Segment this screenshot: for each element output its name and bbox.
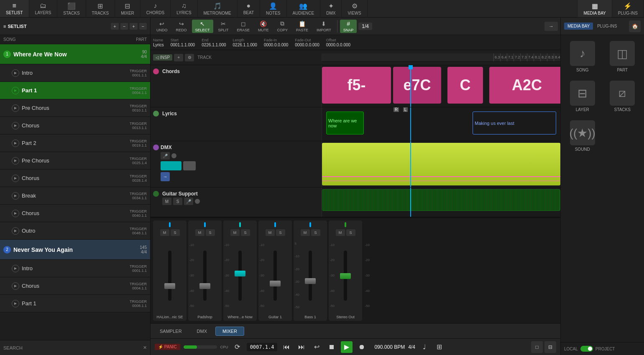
part-item[interactable]: ▶ Pre Chorus TRIGGER0025.1.4	[0, 152, 150, 170]
toolbar-setlist[interactable]: ≡ SETLIST	[0, 0, 29, 17]
part-play-button[interactable]: ▶	[12, 139, 19, 147]
add-track-button[interactable]: +	[174, 54, 183, 61]
channel-s-button-6[interactable]: S	[346, 229, 355, 236]
fader-track-3[interactable]	[238, 251, 242, 301]
guitar-s-button[interactable]: S	[173, 198, 182, 205]
toolbar-stacks[interactable]: ⬛ STACKS	[57, 0, 86, 17]
select-button[interactable]: ↖ SELECT	[192, 20, 213, 33]
track-settings-button[interactable]: ⚙	[185, 54, 194, 61]
paste-button[interactable]: 📋 PASTE	[293, 20, 312, 33]
part-play-button[interactable]: ▶	[12, 122, 19, 129]
guitar-track-content[interactable]	[322, 188, 560, 217]
return-button[interactable]: ↩	[311, 341, 322, 353]
search-input[interactable]	[25, 345, 141, 350]
channel-s-button-5[interactable]: S	[311, 229, 320, 236]
sampler-tab[interactable]: SAMPLER	[153, 327, 189, 335]
dmx-arrow-icon[interactable]: →	[161, 172, 170, 181]
channel-m-button-4[interactable]: M	[266, 229, 275, 236]
nav-arrow-button[interactable]: →	[544, 22, 558, 31]
fader-handle-4[interactable]	[270, 281, 281, 287]
media-bay-tab[interactable]: MEDIA BAY	[564, 23, 593, 30]
toolbar-media-bay[interactable]: ▦ MEDIA BAY	[578, 0, 612, 17]
guitar-mic-button[interactable]: 🎤	[184, 198, 193, 205]
guitar-record-button[interactable]	[195, 199, 200, 204]
dmx-mic-button[interactable]: 🎤	[161, 152, 170, 160]
chords-color-icon[interactable]	[153, 68, 159, 74]
toolbar-lyrics[interactable]: ♫ LYRICS	[171, 0, 197, 17]
channel-s-button-1[interactable]: S	[171, 229, 180, 236]
fast-forward-button[interactable]: ⏭	[296, 341, 307, 353]
part-play-button-active[interactable]: ▶	[12, 87, 19, 94]
fader-track-2[interactable]	[203, 251, 207, 301]
fader-handle-3[interactable]	[235, 271, 245, 276]
dmx-track-content[interactable]	[322, 141, 560, 187]
add-song-button[interactable]: +	[111, 23, 118, 30]
toolbar-chords[interactable]: ♪ CHORDS	[141, 0, 171, 17]
split-button[interactable]: ✂ SPLIT	[215, 20, 232, 33]
channel-s-button-3[interactable]: S	[241, 229, 250, 236]
toolbar-tracks[interactable]: ⊞ TRACKS	[86, 0, 115, 17]
chord-block-1[interactable]: f5-	[322, 67, 391, 104]
search-close-icon[interactable]: ✕	[143, 345, 147, 350]
rewind-button[interactable]: ⏮	[281, 341, 292, 353]
home-button[interactable]: 🏠	[629, 20, 641, 32]
chord-block-4[interactable]: A2C	[489, 67, 560, 104]
toolbar-beat[interactable]: ● BEAT	[238, 0, 260, 17]
media-item-part[interactable]: ◫ PART	[604, 38, 641, 75]
fader-track-6[interactable]	[344, 251, 347, 301]
insp-button[interactable]: ◁ INSP	[153, 54, 172, 61]
part-play-button[interactable]: ▶	[12, 192, 19, 200]
toolbar-views[interactable]: ⚙ VIEWS	[342, 0, 367, 17]
toggle-slider[interactable]	[580, 346, 593, 352]
dmx-tab[interactable]: DMX	[190, 327, 214, 335]
chord-block-2[interactable]: e7C	[393, 67, 441, 104]
add-part-button[interactable]: +	[130, 23, 137, 30]
part-play-button[interactable]: ▶	[12, 227, 19, 235]
part-play-button[interactable]: ▶	[12, 69, 19, 77]
part-play-button[interactable]: ▶	[12, 210, 19, 217]
media-item-layer[interactable]: ⊟ LAYER	[564, 78, 601, 114]
part-play-button[interactable]: ▶	[12, 282, 19, 290]
undo-button[interactable]: ↩ UNDO	[153, 20, 171, 33]
dmx-block[interactable]	[322, 143, 560, 185]
dmx-cyan-btn[interactable]	[161, 161, 181, 170]
fraction-display[interactable]: 1/4	[358, 23, 372, 30]
fader-handle-1[interactable]	[164, 283, 175, 289]
lyrics-track-content[interactable]: R L Where are we now Making us ever last	[322, 107, 560, 141]
part-item[interactable]: ▶ Intro TRIGGER0001.1.1	[0, 64, 150, 82]
local-project-toggle[interactable]	[580, 346, 593, 352]
remove-part-button[interactable]: −	[139, 23, 147, 30]
channel-s-button-4[interactable]: S	[276, 229, 285, 236]
part-play-button[interactable]: ▶	[12, 104, 19, 112]
plug-ins-tab[interactable]: PLUG-INS	[594, 23, 620, 30]
toolbar-layers[interactable]: 🗂 LAYERS	[29, 0, 58, 17]
stop-button[interactable]: ⏹	[326, 341, 337, 353]
toolbar-mixer[interactable]: ⊟ MIXER	[115, 0, 141, 17]
chord-block-3[interactable]: C	[447, 67, 483, 104]
record-button[interactable]: ⏺	[356, 341, 368, 353]
grid-button[interactable]: ⊞	[434, 341, 445, 353]
mute-button[interactable]: 🔇 MUTE	[255, 20, 272, 33]
song-item-2[interactable]: 2 Never Saw You Again 145 4/4	[0, 240, 150, 260]
part-item[interactable]: ▶ Chorus TRIGGER0004.1.1	[0, 277, 150, 295]
play-button[interactable]: ▶	[341, 341, 353, 353]
part-item-active[interactable]: ▶ Part 1 TRIGGER0004.1.1	[0, 82, 150, 99]
split-view-button[interactable]: ⊟	[544, 341, 556, 353]
erase-button[interactable]: ◻ ERASE	[234, 20, 253, 33]
copy-button[interactable]: ⧉ COPY	[274, 19, 291, 33]
channel-m-button-1[interactable]: M	[160, 229, 169, 236]
snap-button[interactable]: # SNAP	[340, 20, 357, 33]
part-item[interactable]: ▶ Chorus TRIGGER0040.1.1	[0, 205, 150, 222]
fader-handle-6[interactable]	[340, 273, 351, 279]
toolbar-metronome[interactable]: 🎵 METRONOME	[198, 0, 238, 17]
dmx-color-icon[interactable]	[153, 145, 159, 150]
fader-track-1[interactable]	[168, 251, 171, 301]
fader-track-5[interactable]	[309, 251, 312, 301]
toolbar-audience[interactable]: 👥 AUDIENCE	[287, 0, 321, 17]
channel-m-button-3[interactable]: M	[230, 229, 240, 236]
toolbar-dmx[interactable]: ✦ DMX	[320, 0, 342, 17]
guitar-color-icon[interactable]	[153, 191, 159, 197]
minus-button[interactable]: −	[120, 23, 128, 30]
toolbar-plug-ins[interactable]: ⚡ PLUG-INS	[612, 0, 644, 17]
channel-s-button-2[interactable]: S	[206, 229, 215, 236]
